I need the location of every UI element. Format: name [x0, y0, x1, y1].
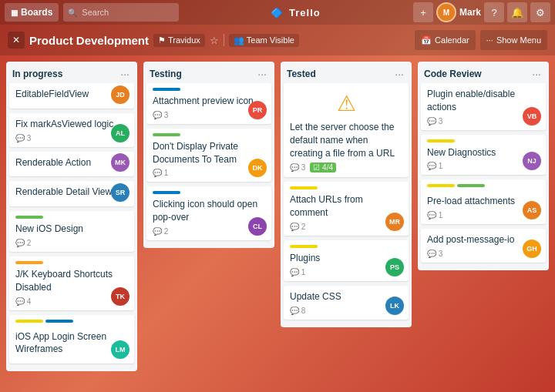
card[interactable]: Plugins 💬 1 PS: [284, 240, 409, 281]
boards-button[interactable]: ▦ Boards: [5, 3, 59, 22]
card-avatar: GH: [523, 240, 541, 258]
list-code-review: Code Review ··· Plugin enable/disable ac…: [418, 62, 549, 270]
card[interactable]: Attach URLs from comment 💬 2 MR: [284, 182, 409, 236]
comment-count: 💬 1: [427, 162, 442, 170]
list-menu-button[interactable]: ···: [530, 68, 543, 80]
comment-count: 💬 8: [290, 307, 305, 315]
card-avatar: LK: [385, 297, 404, 315]
card-avatar: VB: [523, 107, 541, 126]
card-label-bar: [290, 186, 318, 189]
list-cards: Attachment preview icon 💬 3 PR Don't Dis…: [143, 83, 274, 248]
card-label-bar: [15, 261, 43, 264]
org-badge[interactable]: ⚑ Travidux: [153, 34, 205, 47]
list-title: Tested: [287, 69, 393, 79]
card[interactable]: EditableFieldView JD: [9, 83, 134, 109]
card-avatar: MR: [385, 213, 404, 231]
board-title: Product Development: [29, 34, 149, 47]
list-menu-button[interactable]: ···: [119, 68, 131, 80]
user-avatar[interactable]: M: [436, 2, 456, 22]
comment-count: 💬 1: [153, 169, 168, 177]
list-title: Code Review: [424, 69, 530, 79]
board-header-right: 📅 Calendar ··· Show Menu: [415, 30, 547, 50]
list-header: In progress ···: [6, 62, 137, 83]
card[interactable]: Plugin enable/disable actions 💬 3 VB: [421, 83, 546, 130]
card[interactable]: Fix markAsViewed logic 💬 3 AL: [9, 113, 134, 147]
comment-count: 💬 2: [153, 227, 168, 236]
show-menu-button[interactable]: ··· Show Menu: [480, 30, 547, 50]
org-name: Travidux: [168, 35, 200, 45]
card[interactable]: Renderable Detail View SR: [9, 181, 134, 206]
notify-button[interactable]: 🔔: [507, 2, 527, 22]
check-badge: ☑ 4/4: [310, 162, 336, 173]
card[interactable]: Update CSS 💬 8 LK: [284, 286, 409, 320]
card-avatar: TK: [111, 287, 130, 306]
list-header: Testing ···: [143, 62, 274, 83]
star-icon[interactable]: ☆: [210, 35, 219, 46]
list-header: Code Review ···: [418, 62, 549, 83]
trello-logo-text: Trello: [289, 7, 321, 18]
top-nav: ▦ Boards 🔍 🔷 Trello + M Mark ? 🔔 ⚙: [0, 0, 555, 25]
warning-icon: ⚠: [290, 91, 402, 116]
search-input[interactable]: [63, 3, 179, 22]
trello-logo: 🔷 Trello: [183, 5, 409, 19]
help-button[interactable]: ?: [484, 2, 504, 22]
card-avatar: AL: [111, 124, 130, 142]
list-menu-button[interactable]: ···: [393, 68, 405, 80]
card-label-bar: [153, 133, 180, 136]
list-cards: Plugin enable/disable actions 💬 3 VB New…: [418, 83, 549, 270]
comment-count: 💬 3: [427, 250, 442, 258]
comment-count: 💬 3: [15, 134, 31, 142]
team-icon: 👥: [234, 35, 244, 45]
card-label-bar: [427, 184, 455, 187]
comment-count: 💬 3: [153, 111, 168, 119]
card-avatar: LM: [111, 340, 130, 359]
card-avatar: AS: [523, 201, 541, 219]
card[interactable]: ⚠ Let the server choose the default name…: [284, 83, 409, 177]
show-menu-label: Show Menu: [496, 35, 541, 45]
list-cards: EditableFieldView JD Fix markAsViewed lo…: [6, 83, 137, 371]
list-in-progress: In progress ··· EditableFieldView JD Fix…: [6, 62, 137, 371]
list-tested: Tested ··· ⚠ Let the server choose the d…: [281, 62, 412, 327]
card-label-bar: [457, 184, 485, 187]
card[interactable]: Attachment preview icon 💬 3 PR: [146, 83, 271, 124]
card-avatar: CL: [248, 217, 267, 236]
card[interactable]: Pre-load attachments 💬 1 AS: [421, 179, 546, 224]
card[interactable]: New iOS Design 💬 2: [9, 211, 134, 252]
list-header: Tested ···: [281, 62, 412, 83]
card[interactable]: iOS App Login Screen Wireframes LM: [9, 315, 134, 364]
card-label-bar: [153, 191, 180, 194]
comment-count: 💬 1: [290, 268, 305, 276]
visibility-badge[interactable]: 👥 Team Visible: [229, 34, 299, 47]
card[interactable]: Renderable Action MK: [9, 152, 134, 177]
card-title: J/K Keyboard Shortcuts Disabled: [15, 268, 128, 294]
settings-button[interactable]: ⚙: [530, 2, 550, 22]
search-wrap: 🔍: [63, 3, 179, 22]
card[interactable]: Add post-message-io 💬 3 GH: [421, 229, 546, 263]
card[interactable]: Don't Display Private Documents To Team …: [146, 129, 271, 183]
board-close-button[interactable]: ✕: [8, 32, 25, 49]
list-title: Testing: [150, 69, 256, 79]
card[interactable]: J/K Keyboard Shortcuts Disabled 💬 4 TK: [9, 256, 134, 310]
card[interactable]: Clicking icon should open pop-over 💬 2 C…: [146, 186, 271, 240]
comment-count: 💬 4: [15, 297, 31, 306]
card-avatar: PR: [248, 101, 267, 119]
user-name[interactable]: Mark: [459, 7, 481, 18]
card-label-bar: [15, 320, 43, 323]
comment-count: 💬 2: [290, 223, 305, 231]
card-label-bar: [15, 216, 43, 219]
nav-right: + M Mark ? 🔔 ⚙: [413, 2, 550, 22]
board-title-area: ✕ Product Development ⚑ Travidux ☆ 👥 Tea…: [8, 32, 409, 49]
calendar-button[interactable]: 📅 Calendar: [415, 30, 476, 50]
card-labels: [427, 184, 540, 191]
card[interactable]: New Diagnostics 💬 1 NJ: [421, 135, 546, 176]
list-title: In progress: [12, 69, 119, 79]
card-title: New iOS Design: [15, 223, 128, 236]
card-label-bar: [45, 320, 73, 323]
card-label-bar: [153, 88, 180, 91]
add-button[interactable]: +: [413, 2, 433, 22]
list-menu-button[interactable]: ···: [256, 68, 268, 80]
card-avatar: MK: [111, 153, 130, 172]
calendar-icon: 📅: [421, 35, 432, 45]
header-divider: [224, 34, 224, 46]
board-content: In progress ··· EditableFieldView JD Fix…: [0, 55, 555, 392]
